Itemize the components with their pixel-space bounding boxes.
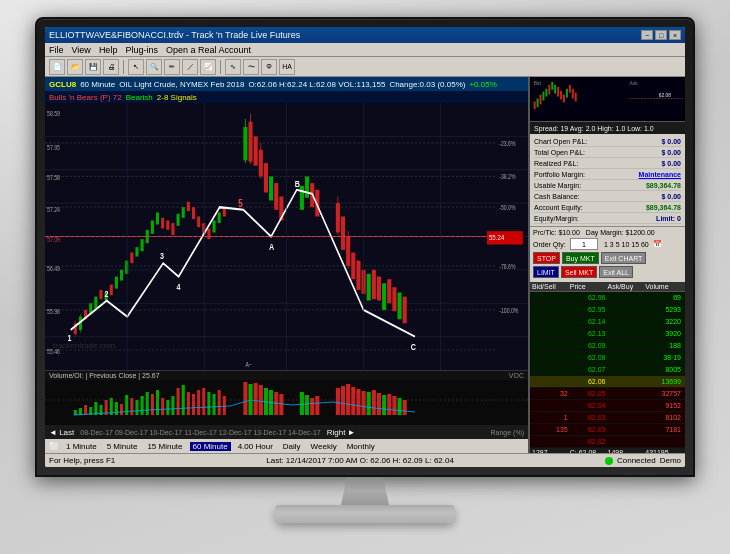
toolbar-btn-ha[interactable]: HA bbox=[279, 59, 295, 75]
chart-canvas[interactable]: -23.6% -38.2% -50.0% -61.8% -78.6% -100.… bbox=[45, 103, 528, 370]
chart-area: GCLU8 60 Minute OIL Light Crude, NYMEX F… bbox=[45, 77, 530, 453]
svg-rect-90 bbox=[403, 297, 407, 324]
svg-rect-126 bbox=[166, 400, 169, 415]
toolbar-btn-trend[interactable]: 📈 bbox=[200, 59, 216, 75]
exit-all-button[interactable]: Exit ALL bbox=[599, 266, 633, 278]
svg-text:A: A bbox=[269, 241, 274, 252]
dom-row[interactable]: 32 62.05 32757 bbox=[530, 388, 685, 400]
tf-4hour[interactable]: 4.00 Hour bbox=[235, 442, 276, 451]
svg-rect-131 bbox=[192, 394, 195, 415]
svg-text:56.49: 56.49 bbox=[47, 266, 60, 273]
svg-rect-121 bbox=[141, 396, 144, 415]
toolbar-btn-fib[interactable]: Φ bbox=[261, 59, 277, 75]
dom-row[interactable]: 1 62.03 8102 bbox=[530, 412, 685, 424]
stat-equity-margin: Equity/Margin: Limit: 0 bbox=[534, 213, 681, 224]
svg-rect-117 bbox=[120, 404, 123, 415]
toolbar-btn-wave[interactable]: 〜 bbox=[243, 59, 259, 75]
menu-open-account[interactable]: Open a Real Account bbox=[166, 45, 251, 55]
svg-rect-88 bbox=[392, 287, 396, 311]
chart-timeframe: 60 Minute bbox=[80, 80, 115, 89]
tf-monthly[interactable]: Monthly bbox=[344, 442, 378, 451]
svg-rect-51 bbox=[182, 207, 185, 218]
svg-text:62.08: 62.08 bbox=[659, 93, 671, 98]
dom-row[interactable]: 62.04 9152 bbox=[530, 400, 685, 412]
bulls-bears-label: Bulls 'n Bears (P) 72 bbox=[49, 93, 122, 102]
help-text: For Help, press F1 bbox=[49, 456, 115, 465]
toolbar-btn-line[interactable]: ／ bbox=[182, 59, 198, 75]
app-title: ELLIOTTWAVE&FIBONACCI.trdv - Track 'n Tr… bbox=[49, 30, 300, 40]
order-buttons-row: STOP Buy MKT Exit CHART bbox=[533, 252, 682, 264]
svg-rect-135 bbox=[213, 394, 216, 415]
stat-cash-balance: Cash Balance: $ 0.00 bbox=[534, 191, 681, 202]
order-section: Prc/Tic: $10.00 Day Margin: $1200.00 Ord… bbox=[530, 227, 685, 282]
voc-label: VOC bbox=[509, 372, 524, 379]
dom-row[interactable]: 62.02 bbox=[530, 436, 685, 448]
svg-rect-38 bbox=[115, 277, 118, 289]
stop-button[interactable]: STOP bbox=[533, 252, 560, 264]
svg-rect-125 bbox=[161, 398, 164, 415]
svg-rect-50 bbox=[177, 214, 180, 226]
svg-rect-139 bbox=[248, 384, 252, 415]
dom-row[interactable]: 62.14 3220 bbox=[530, 316, 685, 328]
order-buttons-row2: LIMIT Sell MKT Exit ALL bbox=[533, 266, 682, 278]
panel-stats: Chart Open P&L: $ 0.00 Total Open P&L: $… bbox=[530, 134, 685, 227]
toolbar-btn-new[interactable]: 📄 bbox=[49, 59, 65, 75]
svg-rect-176 bbox=[563, 95, 565, 103]
minimize-button[interactable]: − bbox=[641, 30, 653, 40]
tf-60min[interactable]: 60 Minute bbox=[190, 442, 231, 451]
toolbar-btn-print[interactable]: 🖨 bbox=[103, 59, 119, 75]
menu-plugins[interactable]: Plug-ins bbox=[125, 45, 158, 55]
maximize-button[interactable]: □ bbox=[655, 30, 667, 40]
svg-rect-64 bbox=[254, 136, 258, 165]
tf-weekly[interactable]: Weekly bbox=[308, 442, 340, 451]
svg-rect-157 bbox=[372, 390, 376, 415]
svg-text:55.24: 55.24 bbox=[489, 234, 504, 243]
menu-file[interactable]: File bbox=[49, 45, 64, 55]
close-button[interactable]: × bbox=[669, 30, 681, 40]
svg-rect-42 bbox=[135, 247, 138, 256]
right-panel: 62.08 Bid Ask Spread: 19 Avg: 2.0 High: … bbox=[530, 77, 685, 453]
menu-bar: File View Help Plug-ins Open a Real Acco… bbox=[45, 43, 685, 57]
toolbar-btn-draw[interactable]: ✏ bbox=[164, 59, 180, 75]
volume-header: Volume/OI: | Previous Close | 25.67 VOC bbox=[45, 371, 528, 380]
dom-row[interactable]: 62.08 38·19 bbox=[530, 352, 685, 364]
toolbar-btn-open[interactable]: 📂 bbox=[67, 59, 83, 75]
svg-rect-180 bbox=[575, 93, 577, 102]
tf-15min[interactable]: 15 Minute bbox=[144, 442, 185, 451]
dom-row[interactable]: 62.07 8005 bbox=[530, 364, 685, 376]
dom-row-current[interactable]: 62.06 13699 bbox=[530, 376, 685, 388]
toolbar-btn-zoom[interactable]: 🔍 bbox=[146, 59, 162, 75]
dom-col-ask: Ask/Buy bbox=[608, 283, 646, 290]
svg-rect-170 bbox=[545, 89, 547, 97]
calendar-icon[interactable]: 📅 bbox=[653, 240, 662, 248]
menu-view[interactable]: View bbox=[72, 45, 91, 55]
dom-row[interactable]: 62.09 188 bbox=[530, 340, 685, 352]
svg-rect-165 bbox=[532, 77, 684, 121]
title-bar: ELLIOTTWAVE&FIBONACCI.trdv - Track 'n Tr… bbox=[45, 27, 685, 43]
nav-right[interactable]: Right ► bbox=[327, 428, 356, 437]
tf-1min[interactable]: 1 Minute bbox=[63, 442, 100, 451]
menu-help[interactable]: Help bbox=[99, 45, 118, 55]
dom-row[interactable]: 62.96 69 bbox=[530, 292, 685, 304]
limit-button[interactable]: LIMIT bbox=[533, 266, 559, 278]
svg-rect-173 bbox=[554, 85, 556, 94]
toolbar-btn-cursor[interactable]: ↖ bbox=[128, 59, 144, 75]
buy-mkt-button[interactable]: Buy MKT bbox=[562, 252, 599, 264]
stat-realized: Realized P&L: $ 0.00 bbox=[534, 158, 681, 169]
svg-rect-112 bbox=[94, 402, 97, 415]
nav-left[interactable]: ◄ Last bbox=[49, 428, 74, 437]
exit-chart-button[interactable]: Exit CHART bbox=[601, 252, 647, 264]
dom-row[interactable]: 62.13 3920 bbox=[530, 328, 685, 340]
spread-info: Spread: 19 Avg: 2.0 High: 1.0 Low: 1.0 bbox=[534, 125, 654, 132]
svg-rect-163 bbox=[403, 400, 407, 415]
tf-daily[interactable]: Daily bbox=[280, 442, 304, 451]
toolbar-btn-indicator[interactable]: ∿ bbox=[225, 59, 241, 75]
sell-mkt-button[interactable]: Sell MKT bbox=[561, 266, 597, 278]
tf-5min[interactable]: 5 Minute bbox=[104, 442, 141, 451]
dom-row[interactable]: 135 62.03 7181 bbox=[530, 424, 685, 436]
dom-col-bid: Bid/Sell bbox=[532, 283, 570, 290]
toolbar-btn-save[interactable]: 💾 bbox=[85, 59, 101, 75]
dom-row[interactable]: 62.95 5293 bbox=[530, 304, 685, 316]
svg-rect-110 bbox=[84, 405, 87, 415]
order-qty-input[interactable] bbox=[570, 238, 598, 250]
